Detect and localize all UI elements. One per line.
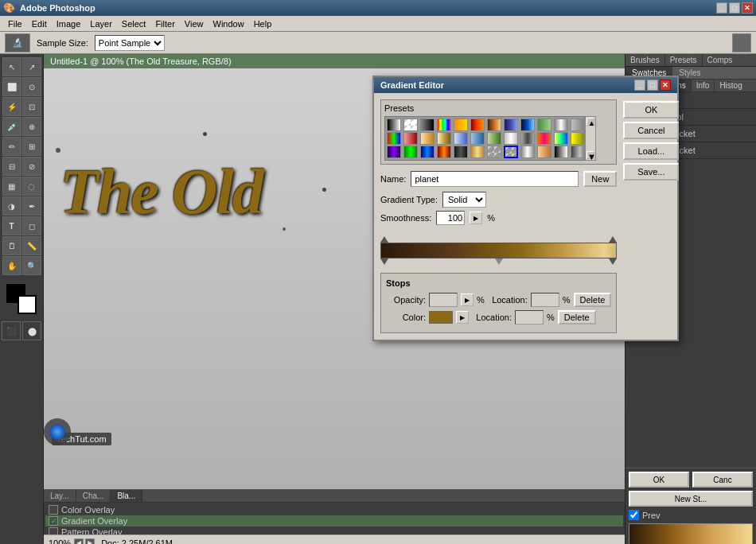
menu-edit[interactable]: Edit bbox=[27, 18, 52, 29]
preset-32[interactable] bbox=[504, 146, 518, 158]
maximize-btn[interactable]: □ bbox=[729, 2, 740, 14]
preset-13[interactable] bbox=[387, 132, 401, 145]
color-overlay-item[interactable]: Color Overlay bbox=[45, 504, 623, 515]
color-picker-swatch[interactable] bbox=[429, 311, 453, 324]
brush-tool[interactable]: ✏ bbox=[2, 137, 21, 156]
preset-22[interactable] bbox=[537, 132, 551, 145]
presets-scrollbar[interactable]: ▲ ▼ bbox=[585, 116, 596, 161]
quick-mask-mode[interactable]: ⬤ bbox=[22, 321, 41, 340]
lasso-tool[interactable]: ⊙ bbox=[22, 77, 41, 96]
ok-layer-btn[interactable]: OK bbox=[629, 472, 689, 488]
opacity-value-input[interactable] bbox=[429, 293, 458, 307]
preset-20[interactable] bbox=[504, 132, 518, 145]
preset-11[interactable] bbox=[554, 119, 568, 131]
preset-17[interactable] bbox=[454, 132, 468, 145]
preset-23[interactable] bbox=[554, 132, 568, 145]
menu-layer[interactable]: Layer bbox=[85, 18, 117, 29]
preset-30[interactable] bbox=[470, 146, 485, 158]
eyedropper-tool[interactable]: 💉 bbox=[2, 117, 21, 136]
gradient-overlay-checkbox[interactable]: ✓ bbox=[49, 516, 58, 526]
tab-effects[interactable]: Bla... bbox=[111, 490, 142, 502]
tab-brushes[interactable]: Brushes bbox=[625, 54, 665, 66]
color-picker-btn[interactable]: ▶ bbox=[456, 311, 469, 324]
preset-18[interactable] bbox=[470, 132, 485, 145]
menu-help[interactable]: Help bbox=[249, 18, 277, 29]
info-icon-btn[interactable] bbox=[732, 33, 751, 52]
color-delete-btn[interactable]: Delete bbox=[558, 310, 596, 324]
blur-tool[interactable]: ◌ bbox=[22, 177, 41, 196]
preset-28[interactable] bbox=[437, 146, 451, 158]
opacity-location-input[interactable] bbox=[531, 293, 559, 307]
preset-5[interactable] bbox=[454, 119, 468, 131]
preview-checkbox[interactable] bbox=[629, 510, 639, 520]
scroll-up-btn[interactable]: ▲ bbox=[586, 118, 594, 126]
preset-16[interactable] bbox=[437, 132, 451, 145]
arrow-tool[interactable]: ↗ bbox=[22, 57, 41, 76]
sample-size-select[interactable]: Point Sample bbox=[95, 35, 165, 51]
zoom-tool[interactable]: 🔍 bbox=[22, 256, 41, 275]
color-location-input[interactable] bbox=[515, 310, 544, 324]
tab-layers[interactable]: Lay... bbox=[44, 490, 76, 502]
shape-tool[interactable]: ◻ bbox=[22, 216, 41, 235]
marquee-tool[interactable]: ⬜ bbox=[2, 77, 21, 96]
move-tool[interactable]: ↖ bbox=[2, 57, 21, 76]
new-style-btn[interactable]: New St... bbox=[629, 491, 753, 507]
cancel-btn[interactable]: Cancel bbox=[623, 122, 679, 139]
preset-21[interactable] bbox=[520, 132, 535, 145]
save-btn[interactable]: Save... bbox=[623, 163, 679, 181]
preset-10[interactable] bbox=[537, 119, 551, 131]
menu-view[interactable]: View bbox=[180, 18, 208, 29]
color-overlay-checkbox[interactable] bbox=[49, 505, 58, 515]
smoothness-input[interactable] bbox=[436, 211, 465, 225]
tab-channels[interactable]: Cha... bbox=[76, 490, 111, 502]
load-btn[interactable]: Load... bbox=[623, 142, 679, 160]
preset-34[interactable] bbox=[537, 146, 551, 158]
hand-tool[interactable]: ✋ bbox=[2, 256, 21, 275]
crop-tool[interactable]: ⊡ bbox=[22, 97, 41, 116]
preset-15[interactable] bbox=[420, 132, 435, 145]
gradient-tool[interactable]: ▦ bbox=[2, 177, 21, 196]
preset-36[interactable] bbox=[571, 146, 585, 158]
preset-3[interactable] bbox=[420, 119, 435, 131]
preset-1[interactable] bbox=[387, 119, 401, 131]
preset-4[interactable] bbox=[437, 119, 451, 131]
dialog-maximize-btn[interactable]: □ bbox=[647, 80, 658, 91]
preset-29[interactable] bbox=[454, 146, 468, 158]
gradient-overlay-item[interactable]: ✓ Gradient Overlay bbox=[45, 515, 623, 527]
scroll-down-btn[interactable]: ▼ bbox=[586, 151, 594, 159]
tab-presets[interactable]: Presets bbox=[665, 54, 703, 66]
smoothness-increment-btn[interactable]: ▶ bbox=[470, 212, 482, 224]
preset-12[interactable] bbox=[571, 119, 585, 131]
preset-35[interactable] bbox=[554, 146, 568, 158]
nav-next-btn[interactable]: ▶ bbox=[85, 538, 95, 545]
menu-window[interactable]: Window bbox=[208, 18, 249, 29]
measure-tool[interactable]: 📏 bbox=[22, 236, 41, 255]
name-input[interactable] bbox=[411, 171, 579, 187]
tab-info[interactable]: Info bbox=[692, 80, 715, 91]
preset-19[interactable] bbox=[487, 132, 501, 145]
preset-25[interactable] bbox=[387, 146, 401, 158]
standard-mode[interactable]: ⬛ bbox=[2, 321, 21, 340]
type-tool[interactable]: T bbox=[2, 216, 21, 235]
opacity-delete-btn[interactable]: Delete bbox=[574, 293, 612, 307]
type-select[interactable]: Solid Noise bbox=[442, 192, 486, 208]
dialog-close-btn[interactable]: ✕ bbox=[660, 80, 671, 91]
menu-select[interactable]: Select bbox=[117, 18, 151, 29]
ok-btn[interactable]: OK bbox=[623, 101, 679, 119]
menu-file[interactable]: File bbox=[3, 18, 27, 29]
preset-14[interactable] bbox=[403, 132, 418, 145]
color-stop-right[interactable] bbox=[609, 258, 617, 265]
notes-tool[interactable]: 🗒 bbox=[2, 236, 21, 255]
close-btn[interactable]: ✕ bbox=[742, 2, 753, 14]
preset-24[interactable] bbox=[571, 132, 585, 145]
opacity-stop-right[interactable] bbox=[609, 236, 617, 243]
pen-tool[interactable]: ✒ bbox=[22, 196, 41, 216]
color-stop-mid[interactable] bbox=[495, 258, 503, 265]
nav-prev-btn[interactable]: ◀ bbox=[74, 538, 84, 545]
menu-filter[interactable]: Filter bbox=[150, 18, 179, 29]
dodge-tool[interactable]: ◑ bbox=[2, 196, 21, 216]
wand-tool[interactable]: ⚡ bbox=[2, 97, 21, 116]
eraser-tool[interactable]: ⊘ bbox=[22, 157, 41, 176]
preset-2[interactable] bbox=[403, 119, 418, 131]
preset-6[interactable] bbox=[470, 119, 485, 131]
